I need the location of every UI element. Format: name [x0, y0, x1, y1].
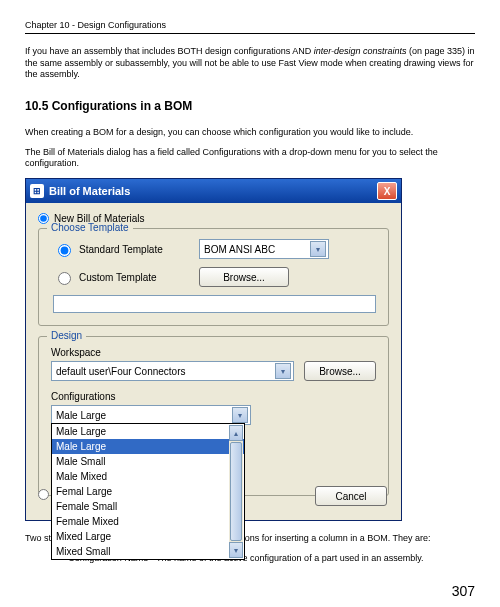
standard-template-radio-row[interactable]: Standard Template: [53, 241, 193, 257]
custom-template-input[interactable]: [53, 295, 376, 313]
chevron-down-icon: ▾: [232, 407, 248, 423]
dropdown-option[interactable]: Mixed Small: [52, 544, 244, 559]
template-select-value: BOM ANSI ABC: [204, 244, 275, 255]
workspace-value: default user\Four Connectors: [56, 366, 186, 377]
dropdown-option[interactable]: Male Large: [52, 439, 244, 454]
design-group: Design Workspace default user\Four Conne…: [38, 336, 389, 496]
scroll-thumb[interactable]: [230, 442, 242, 541]
dialog-icon: ⊞: [30, 184, 44, 198]
workspace-select[interactable]: default user\Four Connectors ▾: [51, 361, 294, 381]
workspace-label: Workspace: [51, 347, 376, 358]
design-legend: Design: [47, 330, 86, 341]
dropdown-option[interactable]: Mixed Large: [52, 529, 244, 544]
scroll-down-icon[interactable]: ▾: [229, 542, 243, 558]
paragraph-1: When creating a BOM for a design, you ca…: [25, 127, 475, 139]
configurations-dropdown: Male Large Male Large Male Small Male Mi…: [51, 423, 245, 560]
dropdown-option[interactable]: Male Mixed: [52, 469, 244, 484]
configurations-value: Male Large: [56, 410, 106, 421]
custom-template-label: Custom Template: [79, 272, 157, 283]
dropdown-option[interactable]: Male Small: [52, 454, 244, 469]
chevron-down-icon: ▾: [310, 241, 326, 257]
close-icon: X: [384, 186, 391, 197]
choose-template-group: Choose Template Standard Template BOM AN…: [38, 228, 389, 326]
section-heading: 10.5 Configurations in a BOM: [25, 99, 475, 113]
page-number: 307: [25, 583, 475, 599]
paragraph-2: The Bill of Materials dialog has a field…: [25, 147, 475, 170]
choose-template-legend: Choose Template: [47, 222, 133, 233]
dialog-title: Bill of Materials: [49, 185, 130, 197]
dialog-titlebar[interactable]: ⊞ Bill of Materials X: [26, 179, 401, 203]
chevron-down-icon: ▾: [275, 363, 291, 379]
scroll-up-icon[interactable]: ▴: [229, 425, 243, 441]
dropdown-option[interactable]: Femal Large: [52, 484, 244, 499]
configurations-select[interactable]: Male Large ▾: [51, 405, 251, 425]
standard-template-label: Standard Template: [79, 244, 163, 255]
cancel-button[interactable]: Cancel: [315, 486, 387, 506]
intro-text-1: If you have an assembly that includes BO…: [25, 46, 314, 56]
dropdown-option[interactable]: Male Large: [52, 424, 244, 439]
custom-template-radio-row[interactable]: Custom Template: [53, 269, 193, 285]
new-lower-radio[interactable]: [38, 489, 49, 500]
chapter-header: Chapter 10 - Design Configurations: [25, 20, 475, 34]
dropdown-option[interactable]: Female Mixed: [52, 514, 244, 529]
dropdown-scrollbar[interactable]: ▴ ▾: [229, 425, 243, 558]
intro-text-italic: inter-design constraints: [314, 46, 407, 56]
browse-template-button[interactable]: Browse...: [199, 267, 289, 287]
template-select[interactable]: BOM ANSI ABC ▾: [199, 239, 329, 259]
close-button[interactable]: X: [377, 182, 397, 200]
browse-workspace-button[interactable]: Browse...: [304, 361, 376, 381]
dropdown-option[interactable]: Female Small: [52, 499, 244, 514]
custom-template-radio[interactable]: [58, 272, 71, 285]
standard-template-radio[interactable]: [58, 244, 71, 257]
intro-paragraph: If you have an assembly that includes BO…: [25, 46, 475, 81]
bill-of-materials-dialog: ⊞ Bill of Materials X New Bill of Materi…: [25, 178, 402, 521]
configurations-label: Configurations: [51, 391, 376, 402]
